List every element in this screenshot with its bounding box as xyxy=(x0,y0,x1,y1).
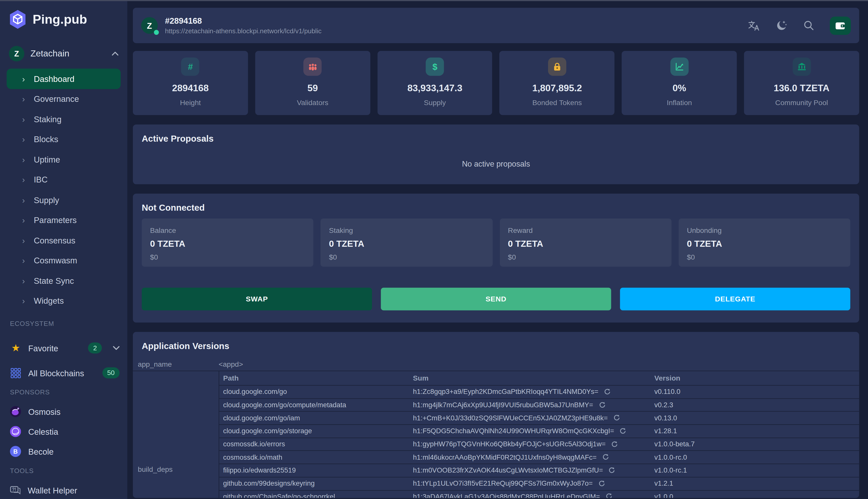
dependencies-table: Path Sum Version cloud.google.com/go h1:… xyxy=(219,371,859,498)
sidebar-item-widgets[interactable]: › Widgets xyxy=(7,291,120,311)
table-row: cloud.google.com/go/storage h1:F5QDG5Chc… xyxy=(219,425,859,438)
sidebar-item-label: Staking xyxy=(34,114,61,124)
sidebar-item-ibc[interactable]: › IBC xyxy=(7,170,120,190)
sidebar-item-governance[interactable]: › Governance xyxy=(7,89,120,109)
wallet-status-title: Not Connected xyxy=(133,194,859,214)
refresh-icon[interactable] xyxy=(613,415,620,422)
wallet-card-label: Staking xyxy=(329,226,484,235)
chain-selector[interactable]: Z Zetachain xyxy=(9,46,119,61)
delegate-button[interactable]: DELEGATE xyxy=(620,288,851,310)
sidebar-item-state-sync[interactable]: › State Sync xyxy=(7,270,120,291)
stat-value: 0% xyxy=(673,83,686,94)
dep-sum: h1:F5QDG5ChchaAVQhlNh24U99OWHURqrW8OmQcG… xyxy=(413,427,614,435)
sponsor-celestia[interactable]: Celestia xyxy=(10,422,120,441)
dep-version: v1.0.0 xyxy=(654,493,859,498)
dep-sum: h1:gypHW76pTQGVnHKo6QBkb4yFOJjC+sUGRc5Al… xyxy=(413,440,606,448)
chevron-right-icon: › xyxy=(22,215,27,224)
top-bar-actions xyxy=(747,16,851,35)
refresh-icon[interactable] xyxy=(605,493,612,498)
sponsor-label: Celestia xyxy=(28,427,58,436)
sidebar-item-dashboard[interactable]: › Dashboard xyxy=(7,69,120,89)
sidebar-item-supply[interactable]: › Supply xyxy=(7,190,120,210)
dep-sum: h1:mg4jlk7mCAj6xXp9UJ4fjI9VUI5rubuGBW5aJ… xyxy=(413,401,593,409)
sidebar-item-wallet-helper[interactable]: ?! Wallet Helper xyxy=(10,480,120,499)
chevron-right-icon: › xyxy=(22,276,27,285)
stat-value: 1,807,895.2 xyxy=(532,83,582,94)
stat-card-community-pool: 136.0 TZETA Community Pool xyxy=(744,51,859,115)
dep-version: v0.13.0 xyxy=(654,414,859,422)
search-icon[interactable] xyxy=(803,20,815,32)
dep-path: cloud.google.com/go xyxy=(223,388,413,396)
refresh-icon[interactable] xyxy=(619,428,627,435)
ecosystem-heading: ECOSYSTEM xyxy=(10,320,118,328)
dep-path: filippo.io/edwards25519 xyxy=(223,467,413,475)
sidebar-item-label: Uptime xyxy=(34,155,60,164)
chevron-right-icon: › xyxy=(22,236,27,245)
app-name-key: app_name xyxy=(133,360,219,368)
table-row: github.com/99designs/keyring h1:tYLp1ULv… xyxy=(219,477,859,490)
refresh-icon[interactable] xyxy=(602,454,609,461)
sidebar-item-label: Parameters xyxy=(34,215,77,224)
tool-label: Wallet Helper xyxy=(28,485,77,495)
swap-button[interactable]: SWAP xyxy=(142,288,372,310)
sidebar-item-uptime[interactable]: › Uptime xyxy=(7,149,120,170)
app-logo[interactable]: Ping.pub xyxy=(0,0,127,29)
refresh-icon[interactable] xyxy=(608,467,615,474)
refresh-icon[interactable] xyxy=(604,388,611,396)
sidebar-item-label: Dashboard xyxy=(34,74,74,83)
chevron-right-icon: › xyxy=(22,135,27,144)
sidebar: Ping.pub Z Zetachain › Dashboard › Gover… xyxy=(0,0,127,499)
reward-card: Reward 0 TZETA $0 xyxy=(500,219,671,267)
stat-card-validators: 59 Validators xyxy=(255,51,370,115)
refresh-icon[interactable] xyxy=(598,480,605,487)
dep-version: v0.2.3 xyxy=(654,401,859,409)
wallet-section: Not Connected Balance 0 TZETA $0 Staking… xyxy=(133,194,859,322)
sidebar-item-all-blockchains[interactable]: All Blockchains 50 xyxy=(10,362,120,384)
sidebar-item-consensus[interactable]: › Consensus xyxy=(7,230,120,250)
refresh-icon[interactable] xyxy=(598,401,606,409)
wallet-cards: Balance 0 TZETA $0 Staking 0 TZETA $0 Re… xyxy=(142,219,851,267)
wallet-card-value: 0 TZETA xyxy=(687,239,842,249)
sponsor-osmosis[interactable]: Osmosis xyxy=(10,402,120,422)
balance-card: Balance 0 TZETA $0 xyxy=(142,219,313,267)
moon-icon[interactable] xyxy=(775,19,787,32)
dollar-icon: $ xyxy=(426,58,444,76)
stat-value: 136.0 TZETA xyxy=(774,83,829,94)
refresh-icon[interactable] xyxy=(610,441,618,448)
dep-sum: h1:Zc8gqp3+a9/Eyph2KDmcGaPtbKRIoqq4YTIL4… xyxy=(413,388,598,396)
build-deps-key: build_deps xyxy=(138,465,173,474)
celestia-icon xyxy=(10,426,21,437)
wallet-helper-icon: ?! xyxy=(10,486,21,495)
sidebar-item-blocks[interactable]: › Blocks xyxy=(7,129,120,149)
sponsor-becole[interactable]: B Becole xyxy=(10,441,120,461)
send-button[interactable]: SEND xyxy=(381,288,611,310)
zetachain-icon: Z xyxy=(141,17,158,34)
chain-name: Zetachain xyxy=(31,49,106,59)
chart-icon xyxy=(670,58,688,76)
favorite-label: Favorite xyxy=(28,343,58,353)
main-content: Z #2894168 https://zetachain-athens.bloc… xyxy=(127,0,868,499)
dep-version: v0.110.0 xyxy=(654,388,859,396)
table-row: cosmossdk.io/errors h1:gypHW76pTQGVnHKo6… xyxy=(219,438,859,451)
dep-path: cosmossdk.io/math xyxy=(223,454,413,461)
dep-path: github.com/99designs/keyring xyxy=(223,480,413,488)
chevron-right-icon: › xyxy=(22,296,27,305)
connect-wallet-button[interactable] xyxy=(830,16,851,35)
stat-card-supply: $ 83,933,147.3 Supply xyxy=(377,51,492,115)
column-header-sum: Sum xyxy=(413,374,654,382)
endpoint-selector[interactable]: #2894168 https://zetachain-athens.blockp… xyxy=(165,15,322,35)
sidebar-item-label: Governance xyxy=(34,94,79,104)
stat-label: Supply xyxy=(424,99,446,107)
chevron-down-icon xyxy=(113,346,120,350)
sidebar-item-cosmwasm[interactable]: › Cosmwasm xyxy=(7,250,120,270)
stat-card-bonded-tokens: 1,807,895.2 Bonded Tokens xyxy=(500,51,615,115)
sidebar-item-parameters[interactable]: › Parameters xyxy=(7,210,120,230)
status-online-dot xyxy=(154,30,159,35)
sponsor-label: Osmosis xyxy=(28,407,60,416)
sidebar-item-favorite[interactable]: ★ Favorite 2 xyxy=(10,337,120,359)
wallet-card-value: 0 TZETA xyxy=(508,239,663,249)
sidebar-item-staking[interactable]: › Staking xyxy=(7,109,120,129)
sidebar-item-label: Consensus xyxy=(34,236,75,245)
translate-icon[interactable] xyxy=(747,19,760,32)
chevron-right-icon: › xyxy=(22,256,27,265)
